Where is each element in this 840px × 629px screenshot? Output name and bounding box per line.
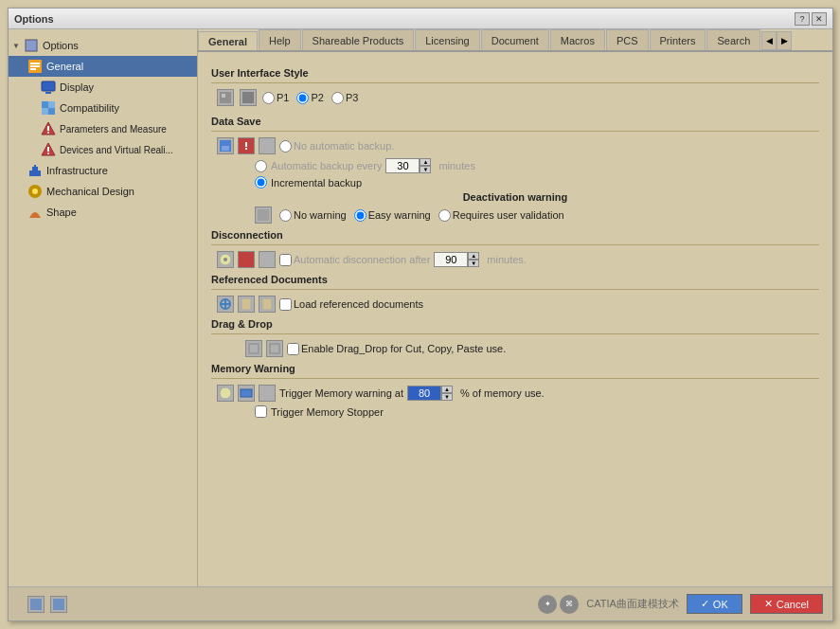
easy-warning-option[interactable]: Easy warning	[354, 209, 431, 222]
ref-docs-row: Load referenced documents	[211, 296, 819, 313]
ref-docs-divider	[211, 289, 819, 290]
trigger-stopper-checkbox[interactable]	[255, 405, 267, 418]
auto-backup-down[interactable]: ▼	[420, 166, 431, 173]
auto-disconnect-option[interactable]: Automatic disconnection after	[279, 254, 430, 266]
sidebar-item-mechanical[interactable]: Mechanical Design	[9, 181, 197, 202]
disconnect-down[interactable]: ▼	[468, 260, 479, 267]
sidebar-item-general[interactable]: General	[9, 56, 197, 77]
memory-unit: % of memory use.	[460, 387, 545, 399]
sidebar-item-devices[interactable]: Devices and Virtual Reali...	[9, 139, 197, 160]
bottom-icon2	[50, 596, 67, 613]
memory-warning-divider	[211, 378, 819, 379]
enable-drag-checkbox[interactable]	[287, 343, 299, 355]
radio-p1-input[interactable]	[262, 92, 275, 104]
no-warning-radio[interactable]	[279, 209, 292, 222]
auto-backup-up[interactable]: ▲	[420, 158, 431, 166]
disconnection-header: Disconnection	[211, 229, 819, 241]
tab-document[interactable]: Document	[481, 29, 549, 50]
svg-rect-45	[261, 387, 273, 399]
svg-rect-4	[30, 68, 36, 70]
svg-rect-2	[30, 63, 40, 64]
radio-p2-input[interactable]	[296, 92, 309, 104]
bottom-icon1	[27, 596, 45, 613]
tabs-bar: General Help Shareable Products Licensin…	[198, 29, 832, 52]
memory-value[interactable]	[407, 386, 441, 401]
tab-licensing[interactable]: Licensing	[415, 29, 479, 50]
tab-shareable[interactable]: Shareable Products	[302, 29, 415, 50]
user-validation-option[interactable]: Requires user validation	[438, 209, 564, 222]
ui-style-radio-group: P1 P2 P3	[262, 92, 358, 104]
auto-backup-radio[interactable]	[255, 160, 267, 172]
cancel-label: Cancel	[777, 599, 809, 610]
sidebar-item-options[interactable]: ▼ Options	[9, 35, 197, 56]
load-referenced-checkbox[interactable]	[279, 298, 292, 311]
mechanical-icon	[27, 184, 43, 199]
data-save-header: Data Save	[211, 116, 819, 127]
tab-macros[interactable]: Macros	[550, 29, 605, 50]
sidebar-item-compatibility[interactable]: Compatibility	[9, 98, 197, 118]
radio-p1[interactable]: P1	[262, 92, 289, 104]
disconnect-up[interactable]: ▲	[468, 252, 479, 260]
data-save-icon1	[217, 137, 234, 154]
memory-warning-header: Memory Warning	[211, 363, 819, 374]
tab-scroll-right[interactable]: ▶	[777, 31, 792, 50]
no-backup-option[interactable]: No automatic backup.	[279, 140, 394, 153]
ok-label: OK	[713, 599, 728, 610]
memory-up[interactable]: ▲	[441, 386, 453, 393]
radio-p2[interactable]: P2	[296, 92, 323, 104]
ui-style-header: User Interface Style	[211, 67, 819, 79]
tab-printers[interactable]: Printers	[650, 29, 706, 50]
svg-rect-31	[258, 209, 269, 221]
disconnect-value[interactable]	[434, 252, 468, 267]
tab-scroll-left[interactable]: ◀	[761, 31, 777, 50]
user-validation-radio[interactable]	[438, 209, 451, 222]
close-title-button[interactable]: ✕	[812, 12, 827, 26]
data-save-icon2	[238, 137, 255, 154]
cancel-button[interactable]: ✕ Cancel	[750, 594, 823, 614]
sidebar-label-devices: Devices and Virtual Reali...	[60, 145, 173, 155]
help-title-button[interactable]: ?	[795, 12, 810, 26]
tab-help[interactable]: Help	[259, 29, 301, 50]
enable-drag-option[interactable]: Enable Drag_Drop for Cut, Copy, Paste us…	[287, 343, 506, 355]
sidebar-item-parameters[interactable]: Parameters and Measure	[9, 118, 197, 139]
svg-rect-39	[241, 298, 251, 310]
devices-icon	[41, 142, 56, 157]
load-referenced-option[interactable]: Load referenced documents	[279, 298, 423, 311]
auto-backup-unit: minutes	[438, 160, 475, 171]
memory-warning-row1: Trigger Memory warning at ▲ ▼ % of memor…	[211, 385, 819, 402]
auto-backup-label: Automatic backup every	[271, 160, 382, 171]
memory-down[interactable]: ▼	[441, 393, 453, 401]
svg-rect-29	[245, 148, 247, 150]
easy-warning-radio[interactable]	[354, 209, 366, 222]
ui-style-icon2	[240, 89, 257, 106]
parameters-icon	[41, 121, 56, 136]
svg-rect-19	[34, 165, 36, 168]
svg-rect-44	[241, 389, 252, 397]
sidebar-item-infrastructure[interactable]: Infrastructure	[9, 160, 197, 181]
no-warning-option[interactable]: No warning	[279, 209, 347, 222]
ok-button[interactable]: ✓ OK	[687, 594, 742, 614]
incremental-radio[interactable]	[255, 176, 267, 189]
expand-arrow: ▼	[12, 42, 20, 50]
sidebar-label-options: Options	[43, 40, 79, 51]
sidebar-item-display[interactable]: Display	[9, 77, 197, 98]
radio-p3-input[interactable]	[331, 92, 344, 104]
auto-disconnect-checkbox[interactable]	[279, 254, 292, 266]
disconnection-icon2	[238, 251, 255, 268]
svg-rect-7	[42, 101, 48, 108]
wm-icon2: ⌘	[560, 595, 579, 614]
drag-icon	[245, 340, 262, 357]
tab-general[interactable]: General	[198, 31, 258, 52]
svg-rect-5	[42, 81, 55, 91]
auto-backup-input-container: ▲ ▼	[385, 158, 431, 173]
data-save-icons-row: No automatic backup.	[211, 137, 819, 154]
tab-search[interactable]: Search	[706, 29, 760, 50]
radio-p3[interactable]: P3	[331, 92, 358, 104]
tab-pcs[interactable]: PCS	[606, 29, 649, 50]
no-backup-radio[interactable]	[279, 140, 292, 153]
auto-backup-value[interactable]	[385, 158, 420, 173]
compatibility-icon	[41, 100, 56, 116]
title-buttons: ? ✕	[795, 12, 827, 26]
sidebar-item-shape[interactable]: Shape	[9, 202, 197, 223]
wm-icon1: ✦	[538, 595, 557, 614]
